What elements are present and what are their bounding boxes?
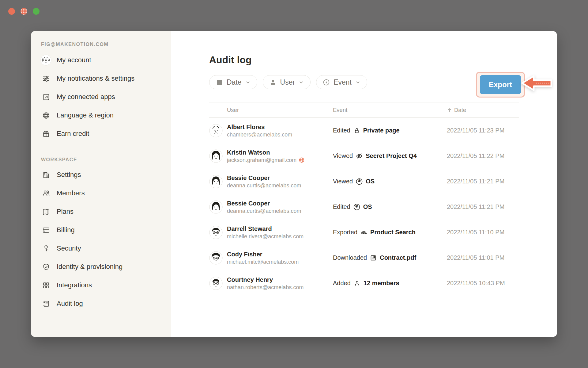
shield-check-icon <box>40 263 51 271</box>
user-name: Darrell Steward <box>227 225 303 233</box>
sidebar-item-billing[interactable]: Billing <box>40 221 171 239</box>
sidebar-item-audit-log[interactable]: Audit log <box>40 294 171 313</box>
event-action: Downloaded <box>333 254 367 261</box>
event-object: Product Search <box>370 229 416 236</box>
table-row: Cody Fisher michael.mitc@acmelabs.com Do… <box>209 245 519 270</box>
export-button[interactable]: Export <box>480 75 521 94</box>
sidebar-item-label: Language & region <box>57 111 114 119</box>
event-filter-label: Event <box>334 78 352 86</box>
user-filter-label: User <box>280 78 295 86</box>
event-date: 2022/11/05 11:21 PM <box>447 178 519 185</box>
user-email: chambers@acmelabs.com <box>227 131 292 138</box>
user-email: jackson.graham@gmail.com <box>227 157 296 164</box>
zoom-window-button[interactable] <box>33 8 40 15</box>
eight-ball-icon: 8 <box>353 203 360 211</box>
user-email: deanna.curtis@acmelabs.com <box>227 208 301 215</box>
sidebar-item-label: Security <box>57 244 81 252</box>
sidebar-item-earn-credit[interactable]: Earn credit <box>40 125 171 143</box>
person-outline-icon <box>353 280 361 287</box>
lock-icon <box>353 127 360 134</box>
building-icon <box>40 171 51 179</box>
avatar <box>209 277 223 290</box>
sidebar-item-identity-provisioning[interactable]: Identity & provisioning <box>40 258 171 276</box>
user-email: deanna.curtis@acmelabs.com <box>227 182 301 189</box>
minimize-window-button[interactable] <box>21 8 27 15</box>
sidebar-item-integrations[interactable]: Integrations <box>40 276 171 294</box>
chevron-down-icon <box>245 79 251 85</box>
credit-card-icon <box>40 226 51 234</box>
sidebar-item-language-region[interactable]: Language & region <box>40 106 171 125</box>
eye-off-icon <box>356 152 363 160</box>
sidebar-item-settings[interactable]: Settings <box>40 166 171 184</box>
svg-text:8: 8 <box>359 180 360 182</box>
event-action: Edited <box>333 127 350 134</box>
sidebar-item-label: My notifications & settings <box>57 75 134 82</box>
sidebar-item-label: Billing <box>57 226 75 234</box>
globe-icon <box>40 111 51 120</box>
event-column-header: Event <box>333 107 447 113</box>
event-filter-button[interactable]: Event <box>316 75 367 89</box>
event-object: 12 members <box>364 280 399 287</box>
export-highlight-box: Export <box>476 72 525 98</box>
user-email: michael.mitc@acmelabs.com <box>227 259 299 266</box>
event-action: Edited <box>333 203 350 210</box>
bolt-icon <box>322 79 330 86</box>
date-column-header[interactable]: Date <box>447 107 519 113</box>
chevron-down-icon <box>355 79 361 85</box>
sliders-icon <box>40 75 51 83</box>
chevron-down-icon <box>298 79 304 85</box>
event-object: Private page <box>363 127 400 134</box>
sidebar-item-connected-apps[interactable]: My connected apps <box>40 88 171 106</box>
user-column-header: User <box>209 107 333 113</box>
sidebar-item-label: My account <box>57 56 91 64</box>
page-title: Audit log <box>209 53 519 66</box>
user-name: Albert Flores <box>227 123 292 131</box>
table-row: Courtney Henry nathan.roberts@acmelabs.c… <box>209 270 519 296</box>
sort-ascending-icon <box>447 107 452 113</box>
sidebar-item-label: Integrations <box>57 281 92 289</box>
date-filter-button[interactable]: Date <box>209 75 257 89</box>
calendar-icon <box>216 79 223 86</box>
event-date: 2022/11/05 10:43 PM <box>447 280 519 287</box>
external-link-icon <box>40 93 51 101</box>
scroll-icon <box>40 300 51 308</box>
avatar <box>209 175 223 188</box>
avatar <box>209 124 223 137</box>
settings-window: FIG@MAKENOTION.COM <box>31 31 557 337</box>
table-row: Darrell Steward michelle.rivera@acmelabs… <box>209 220 519 245</box>
rainbow-icon <box>360 229 368 236</box>
sidebar-item-notifications-settings[interactable]: My notifications & settings <box>40 69 171 88</box>
table-row: Albert Flores chambers@acmelabs.com Edit… <box>209 118 519 143</box>
event-object: Contract.pdf <box>380 254 416 261</box>
event-object: Secret Project Q4 <box>366 152 417 159</box>
event-date: 2022/11/05 11:10 PM <box>447 229 519 236</box>
dog-avatar <box>40 55 51 66</box>
sidebar-item-security[interactable]: Security <box>40 239 171 258</box>
avatar <box>209 149 223 163</box>
close-window-button[interactable] <box>8 8 15 15</box>
date-filter-label: Date <box>227 78 242 86</box>
table-header-row: User Event Date <box>209 102 519 118</box>
sidebar-item-members[interactable]: Members <box>40 184 171 202</box>
user-name: Kristin Watson <box>227 148 305 157</box>
grid-icon <box>40 281 51 289</box>
event-date: 2022/11/05 11:23 PM <box>447 127 519 134</box>
user-filter-button[interactable]: User <box>263 75 311 89</box>
map-icon <box>40 208 51 216</box>
event-action: Exported <box>333 229 357 236</box>
user-email: nathan.roberts@acmelabs.com <box>227 284 303 291</box>
eight-ball-icon: 8 <box>356 178 363 185</box>
sidebar-item-label: Settings <box>57 171 81 179</box>
table-row: Kristin Watson jackson.graham@gmail.com <box>209 143 519 169</box>
orange-globe-icon <box>299 157 305 163</box>
sidebar-item-my-account[interactable]: My account <box>40 51 171 69</box>
key-icon <box>40 244 51 253</box>
avatar <box>209 251 223 265</box>
sidebar-item-plans[interactable]: Plans <box>40 202 171 221</box>
user-name: Bessie Cooper <box>227 174 301 182</box>
sidebar-item-label: Plans <box>57 208 74 216</box>
user-name: Bessie Cooper <box>227 199 301 208</box>
event-date: 2022/11/05 11:01 PM <box>447 254 519 261</box>
workspace-section-header: WORKSPACE <box>41 157 171 163</box>
person-icon <box>269 79 277 86</box>
